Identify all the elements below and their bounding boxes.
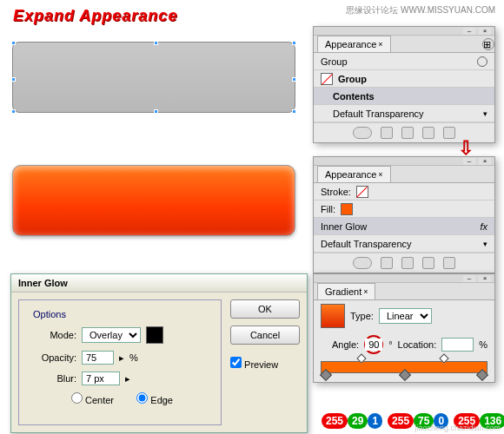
inner-glow-dialog: Inner Glow Options Mode: Overlay Opacity… [10, 273, 308, 433]
clear-icon[interactable] [381, 257, 393, 269]
options-fieldset: Options Mode: Overlay Opacity: ▸ % Blur:… [18, 299, 222, 425]
inner-glow-label: Inner Glow [321, 221, 367, 232]
appearance-tab[interactable]: Appearance× [317, 166, 391, 182]
tab-label: Appearance [325, 39, 376, 49]
gray-rounded-rect-artwork[interactable] [12, 42, 295, 113]
tab-close-icon[interactable]: × [378, 40, 382, 49]
appearance-item-group-bold[interactable]: Group [314, 70, 494, 88]
selection-handle[interactable] [292, 109, 296, 114]
clear-icon[interactable] [381, 127, 393, 139]
gradient-slider[interactable] [321, 361, 487, 373]
watermark-text: 思缘设计论坛 WWW.MISSYUAN.COM [346, 4, 495, 16]
orange-glossy-button-artwork [12, 165, 295, 236]
selection-handle[interactable] [292, 41, 296, 45]
angle-label: Angle: [332, 339, 359, 350]
tab-label: Appearance [325, 169, 376, 180]
panel-header: – × [314, 27, 494, 36]
fill-swatch-orange[interactable] [341, 203, 353, 215]
tab-close-icon[interactable]: × [378, 170, 382, 179]
center-radio[interactable] [71, 392, 83, 404]
opacity-input[interactable] [82, 351, 114, 365]
preview-checkbox-label[interactable]: Preview [230, 357, 300, 370]
trash-icon[interactable] [443, 127, 455, 139]
angle-input[interactable] [365, 339, 382, 351]
dropdown-icon[interactable]: ▾ [483, 109, 487, 118]
options-legend: Options [30, 309, 70, 319]
appearance-item-group[interactable]: Group [314, 53, 494, 70]
location-unit: % [479, 339, 487, 350]
fill-row[interactable]: Fill: [314, 201, 494, 218]
gradient-stop[interactable] [399, 369, 411, 381]
tab-close-icon[interactable]: × [363, 287, 368, 296]
gradient-preview-swatch[interactable] [321, 304, 345, 328]
b-pill: 1 [368, 413, 382, 429]
inner-glow-row[interactable]: Inner Glowfx [314, 218, 494, 235]
tab-row: Appearance× ⊞ [314, 36, 494, 53]
appearance-item-contents[interactable]: Contents [314, 88, 494, 105]
minimize-icon[interactable]: – [463, 158, 475, 165]
target-icon[interactable] [477, 56, 487, 67]
blur-label: Blur: [30, 373, 76, 384]
stroke-row[interactable]: Stroke: [314, 183, 494, 201]
gradient-panel: – × Gradient× Type: Linear Angle: ° Loca… [313, 273, 495, 383]
location-input [441, 338, 474, 352]
item-label: Contents [333, 91, 375, 102]
selection-handle[interactable] [154, 41, 158, 45]
edge-radio-label[interactable]: Edge [126, 392, 173, 405]
expand-appearance-title: Expand Appearance [13, 7, 177, 25]
item-label: Default Transparency [321, 239, 412, 249]
stroke-swatch-none[interactable] [356, 186, 368, 198]
glow-color-swatch[interactable] [146, 326, 163, 344]
stepper-icon[interactable]: ▸ [119, 352, 124, 364]
panel-menu-icon[interactable]: ⊞ [482, 38, 494, 50]
trash-icon[interactable] [443, 257, 455, 269]
dialog-title: Inner Glow [11, 274, 307, 293]
mode-label: Mode: [30, 330, 76, 340]
close-icon[interactable]: × [479, 158, 491, 165]
edge-radio[interactable] [136, 392, 148, 404]
cancel-button[interactable]: Cancel [230, 326, 300, 345]
tab-label: Gradient [325, 286, 361, 297]
item-label: Group [321, 56, 348, 67]
minimize-icon[interactable]: – [463, 28, 475, 35]
bottom-watermark: jiaocheng.chazidian.com [414, 424, 501, 432]
stepper-icon[interactable]: ▸ [125, 373, 130, 385]
new-icon[interactable] [422, 257, 434, 269]
center-radio-label[interactable]: Center [67, 392, 114, 405]
duplicate-icon[interactable] [401, 127, 414, 139]
tab-row: Appearance× [314, 166, 494, 183]
new-fill-icon[interactable] [353, 127, 372, 139]
selection-handle[interactable] [11, 77, 16, 82]
close-icon[interactable]: × [479, 275, 491, 282]
new-icon[interactable] [422, 127, 434, 139]
appearance-item-transparency[interactable]: Default Transparency▾ [314, 105, 494, 122]
close-icon[interactable]: × [479, 28, 491, 35]
appearance-panel-2: – × Appearance× Stroke: Fill: Inner Glow… [313, 156, 495, 273]
selection-handle[interactable] [11, 109, 16, 114]
no-fill-swatch [321, 73, 333, 85]
gradient-stop[interactable] [476, 369, 488, 381]
location-label: Location: [398, 339, 437, 350]
selection-handle[interactable] [292, 77, 296, 82]
appearance-tab[interactable]: Appearance× [317, 36, 391, 52]
type-select[interactable]: Linear [379, 308, 432, 324]
default-transparency-row[interactable]: Default Transparency▾ [314, 235, 494, 253]
r-pill: 255 [388, 413, 414, 429]
appearance-panel-1: – × Appearance× ⊞ Group Group Contents D… [313, 26, 495, 143]
gradient-tab[interactable]: Gradient× [317, 283, 375, 299]
new-fill-icon[interactable] [353, 257, 372, 269]
ok-button[interactable]: OK [230, 299, 300, 319]
selection-handle[interactable] [154, 109, 158, 114]
dropdown-icon[interactable]: ▾ [483, 240, 487, 248]
preview-checkbox[interactable] [230, 357, 242, 368]
gradient-stop[interactable] [320, 369, 332, 381]
stroke-label: Stroke: [321, 187, 351, 197]
mode-select[interactable]: Overlay [82, 327, 141, 343]
duplicate-icon[interactable] [401, 257, 414, 269]
selection-handle[interactable] [11, 41, 16, 45]
panel-bottom-icons [314, 253, 494, 273]
r-pill: 255 [322, 413, 348, 429]
minimize-icon[interactable]: – [463, 275, 475, 282]
blur-input[interactable] [82, 372, 120, 385]
panel-header: – × [314, 157, 494, 166]
